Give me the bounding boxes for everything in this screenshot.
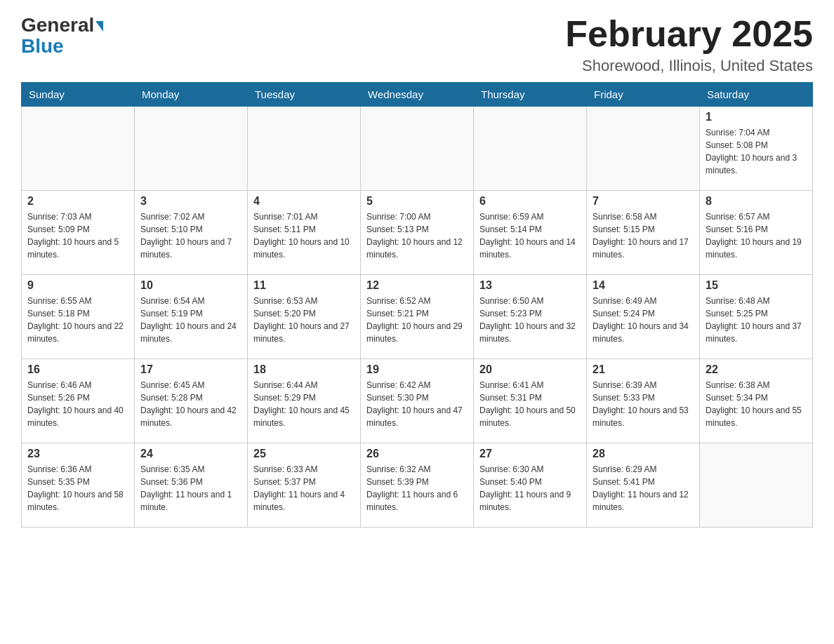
title-section: February 2025 Shorewood, Illinois, Unite… (565, 14, 813, 75)
logo: General Blue (21, 14, 103, 58)
weekday-header-monday: Monday (135, 83, 248, 107)
day-info: Sunrise: 7:00 AM Sunset: 5:13 PM Dayligh… (366, 210, 468, 261)
day-number: 7 (593, 195, 694, 208)
day-info: Sunrise: 7:03 AM Sunset: 5:09 PM Dayligh… (27, 210, 128, 261)
calendar-cell (587, 107, 700, 191)
calendar-cell: 21Sunrise: 6:39 AM Sunset: 5:33 PM Dayli… (587, 359, 700, 443)
logo-blue-text: Blue (21, 35, 64, 58)
day-number: 16 (27, 363, 128, 376)
day-number: 18 (253, 363, 355, 376)
day-info: Sunrise: 7:02 AM Sunset: 5:10 PM Dayligh… (140, 210, 241, 261)
day-number: 15 (706, 279, 807, 292)
day-number: 6 (479, 195, 581, 208)
day-info: Sunrise: 6:39 AM Sunset: 5:33 PM Dayligh… (593, 379, 694, 429)
calendar-cell: 16Sunrise: 6:46 AM Sunset: 5:26 PM Dayli… (22, 359, 135, 443)
day-number: 26 (366, 448, 468, 460)
day-number: 4 (253, 195, 355, 208)
day-number: 27 (479, 448, 581, 460)
day-info: Sunrise: 6:30 AM Sunset: 5:40 PM Dayligh… (479, 463, 581, 514)
calendar-table: SundayMondayTuesdayWednesdayThursdayFrid… (21, 82, 813, 528)
calendar-body: 1Sunrise: 7:04 AM Sunset: 5:08 PM Daylig… (22, 107, 813, 528)
calendar-cell: 25Sunrise: 6:33 AM Sunset: 5:37 PM Dayli… (248, 443, 361, 528)
calendar-cell (361, 107, 474, 191)
calendar-cell: 26Sunrise: 6:32 AM Sunset: 5:39 PM Dayli… (361, 443, 474, 528)
day-info: Sunrise: 6:54 AM Sunset: 5:19 PM Dayligh… (140, 295, 241, 345)
weekday-header-row: SundayMondayTuesdayWednesdayThursdayFrid… (22, 83, 813, 107)
day-info: Sunrise: 6:50 AM Sunset: 5:23 PM Dayligh… (479, 295, 581, 345)
calendar-cell: 2Sunrise: 7:03 AM Sunset: 5:09 PM Daylig… (22, 191, 135, 275)
day-info: Sunrise: 7:04 AM Sunset: 5:08 PM Dayligh… (706, 126, 807, 177)
day-number: 23 (27, 448, 128, 460)
day-info: Sunrise: 6:29 AM Sunset: 5:41 PM Dayligh… (593, 463, 694, 514)
day-number: 2 (27, 195, 128, 208)
calendar-week-row: 2Sunrise: 7:03 AM Sunset: 5:09 PM Daylig… (22, 191, 813, 275)
day-number: 14 (593, 279, 694, 292)
day-info: Sunrise: 6:44 AM Sunset: 5:29 PM Dayligh… (253, 379, 355, 429)
day-number: 24 (140, 448, 241, 460)
location-subtitle: Shorewood, Illinois, United States (565, 57, 813, 75)
day-info: Sunrise: 7:01 AM Sunset: 5:11 PM Dayligh… (253, 210, 355, 261)
day-info: Sunrise: 6:59 AM Sunset: 5:14 PM Dayligh… (479, 210, 581, 261)
calendar-cell: 19Sunrise: 6:42 AM Sunset: 5:30 PM Dayli… (361, 359, 474, 443)
calendar-cell (474, 107, 587, 191)
day-info: Sunrise: 6:41 AM Sunset: 5:31 PM Dayligh… (479, 379, 581, 429)
calendar-cell: 10Sunrise: 6:54 AM Sunset: 5:19 PM Dayli… (135, 275, 248, 359)
day-info: Sunrise: 6:52 AM Sunset: 5:21 PM Dayligh… (366, 295, 468, 345)
day-info: Sunrise: 6:45 AM Sunset: 5:28 PM Dayligh… (140, 379, 241, 429)
calendar-cell: 15Sunrise: 6:48 AM Sunset: 5:25 PM Dayli… (700, 275, 813, 359)
calendar-cell: 24Sunrise: 6:35 AM Sunset: 5:36 PM Dayli… (135, 443, 248, 528)
calendar-week-row: 23Sunrise: 6:36 AM Sunset: 5:35 PM Dayli… (22, 443, 813, 528)
day-info: Sunrise: 6:58 AM Sunset: 5:15 PM Dayligh… (593, 210, 694, 261)
day-number: 1 (706, 111, 807, 123)
calendar-cell (135, 107, 248, 191)
page-header: General Blue February 2025 Shorewood, Il… (21, 14, 813, 75)
calendar-cell: 14Sunrise: 6:49 AM Sunset: 5:24 PM Dayli… (587, 275, 700, 359)
calendar-cell: 12Sunrise: 6:52 AM Sunset: 5:21 PM Dayli… (361, 275, 474, 359)
day-info: Sunrise: 6:32 AM Sunset: 5:39 PM Dayligh… (366, 463, 468, 514)
day-number: 9 (27, 279, 128, 292)
calendar-week-row: 9Sunrise: 6:55 AM Sunset: 5:18 PM Daylig… (22, 275, 813, 359)
day-info: Sunrise: 6:46 AM Sunset: 5:26 PM Dayligh… (27, 379, 128, 429)
day-info: Sunrise: 6:53 AM Sunset: 5:20 PM Dayligh… (253, 295, 355, 345)
weekday-header-thursday: Thursday (474, 83, 587, 107)
day-number: 19 (366, 363, 468, 376)
calendar-header: SundayMondayTuesdayWednesdayThursdayFrid… (22, 83, 813, 107)
weekday-header-saturday: Saturday (700, 83, 813, 107)
calendar-week-row: 1Sunrise: 7:04 AM Sunset: 5:08 PM Daylig… (22, 107, 813, 191)
calendar-cell: 23Sunrise: 6:36 AM Sunset: 5:35 PM Dayli… (22, 443, 135, 528)
weekday-header-wednesday: Wednesday (361, 83, 474, 107)
calendar-cell: 4Sunrise: 7:01 AM Sunset: 5:11 PM Daylig… (248, 191, 361, 275)
calendar-cell: 28Sunrise: 6:29 AM Sunset: 5:41 PM Dayli… (587, 443, 700, 528)
day-info: Sunrise: 6:48 AM Sunset: 5:25 PM Dayligh… (706, 295, 807, 345)
calendar-cell: 1Sunrise: 7:04 AM Sunset: 5:08 PM Daylig… (700, 107, 813, 191)
day-number: 8 (706, 195, 807, 208)
day-info: Sunrise: 6:57 AM Sunset: 5:16 PM Dayligh… (706, 210, 807, 261)
calendar-week-row: 16Sunrise: 6:46 AM Sunset: 5:26 PM Dayli… (22, 359, 813, 443)
calendar-cell: 20Sunrise: 6:41 AM Sunset: 5:31 PM Dayli… (474, 359, 587, 443)
calendar-cell: 22Sunrise: 6:38 AM Sunset: 5:34 PM Dayli… (700, 359, 813, 443)
day-number: 13 (479, 279, 581, 292)
day-number: 11 (253, 279, 355, 292)
calendar-cell: 5Sunrise: 7:00 AM Sunset: 5:13 PM Daylig… (361, 191, 474, 275)
day-number: 5 (366, 195, 468, 208)
calendar-cell: 27Sunrise: 6:30 AM Sunset: 5:40 PM Dayli… (474, 443, 587, 528)
day-info: Sunrise: 6:33 AM Sunset: 5:37 PM Dayligh… (253, 463, 355, 514)
calendar-cell: 11Sunrise: 6:53 AM Sunset: 5:20 PM Dayli… (248, 275, 361, 359)
day-info: Sunrise: 6:36 AM Sunset: 5:35 PM Dayligh… (27, 463, 128, 514)
day-number: 25 (253, 448, 355, 460)
weekday-header-friday: Friday (587, 83, 700, 107)
day-number: 17 (140, 363, 241, 376)
day-number: 12 (366, 279, 468, 292)
calendar-cell: 18Sunrise: 6:44 AM Sunset: 5:29 PM Dayli… (248, 359, 361, 443)
calendar-cell (700, 443, 813, 528)
calendar-cell (248, 107, 361, 191)
weekday-header-tuesday: Tuesday (248, 83, 361, 107)
logo-general-text: General (21, 14, 94, 36)
calendar-cell (22, 107, 135, 191)
day-info: Sunrise: 6:55 AM Sunset: 5:18 PM Dayligh… (27, 295, 128, 345)
logo-triangle-icon (95, 21, 103, 32)
day-number: 21 (593, 363, 694, 376)
calendar-cell: 3Sunrise: 7:02 AM Sunset: 5:10 PM Daylig… (135, 191, 248, 275)
calendar-cell: 7Sunrise: 6:58 AM Sunset: 5:15 PM Daylig… (587, 191, 700, 275)
day-info: Sunrise: 6:42 AM Sunset: 5:30 PM Dayligh… (366, 379, 468, 429)
